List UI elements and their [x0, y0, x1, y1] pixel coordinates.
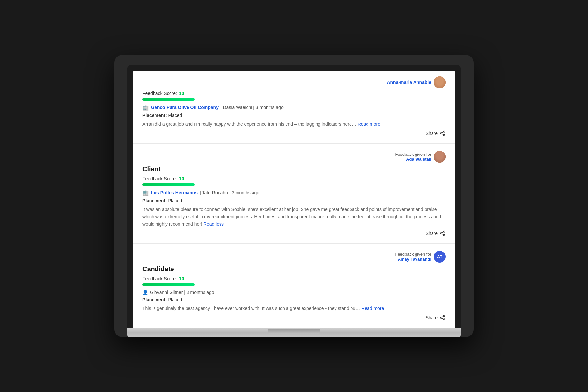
card-type-2: Client [142, 165, 446, 173]
read-more-link-1[interactable]: Read more [358, 122, 380, 127]
svg-point-11 [440, 317, 442, 318]
read-less-link-2[interactable]: Read less [204, 221, 224, 227]
svg-line-8 [442, 234, 443, 235]
laptop-hinge [268, 329, 320, 334]
read-more-link-3[interactable]: Read more [361, 306, 384, 311]
svg-point-5 [443, 231, 445, 233]
company-icon-2: 🏢 [142, 190, 149, 196]
card-top-row-2: Feedback given for Ada Waistall [142, 151, 446, 163]
score-value-3: 10 [179, 276, 184, 281]
score-value-1: 10 [179, 91, 184, 96]
card-top-row-3: Feedback given for Amay Tavanandi AT [142, 251, 446, 263]
svg-line-4 [442, 132, 443, 133]
share-icon-1 [440, 130, 446, 136]
feedback-given-for-3: Feedback given for Amay Tavanandi AT [395, 251, 446, 263]
score-value-2: 10 [179, 176, 184, 181]
person-row-3: 👤 Giovanni Giltner | 3 months ago [142, 290, 446, 295]
share-row-3: Share [142, 315, 446, 320]
laptop-screen: Anna-maria Annable Feedback Score: 10 🏢 [133, 71, 455, 328]
score-label-1: Feedback Score: [142, 91, 177, 96]
laptop-container: Anna-maria Annable Feedback Score: 10 🏢 [114, 55, 474, 337]
review-text-3: This is genuinely the best agency I have… [142, 305, 446, 312]
placement-label-3: Placement: [142, 297, 167, 302]
company-row-1: 🏢 Genco Pura Olive Oil Company | Dasia W… [142, 105, 446, 111]
svg-point-12 [443, 318, 445, 320]
person-icon-3: 👤 [142, 290, 148, 295]
feedback-card-1: Anna-maria Annable Feedback Score: 10 🏢 [133, 71, 455, 144]
placement-row-2: Placement: Placed [142, 198, 446, 203]
feedback-given-for-name-2[interactable]: Ada Waistall [406, 157, 431, 162]
svg-point-1 [440, 133, 442, 134]
feedback-given-for-2: Feedback given for Ada Waistall [395, 151, 446, 163]
laptop-base [127, 328, 461, 337]
progress-fill-1 [142, 98, 195, 101]
placement-value-3: Placed [168, 297, 182, 302]
feedback-score-row-3: Feedback Score: 10 [142, 276, 446, 281]
svg-point-10 [443, 315, 445, 317]
feedback-card-3: Feedback given for Amay Tavanandi AT Can… [133, 244, 455, 328]
feedback-given-for-name-3[interactable]: Amay Tavanandi [398, 257, 431, 262]
svg-point-2 [443, 134, 445, 136]
placement-value-1: Placed [168, 113, 182, 118]
share-row-1: Share [142, 130, 446, 136]
company-meta-1: | Dasia Waelchi | 3 months ago [220, 105, 284, 110]
feedback-given-for-label-3: Feedback given for [395, 252, 431, 257]
svg-line-9 [442, 232, 443, 233]
feedback-given-for-label-2: Feedback given for [395, 152, 431, 157]
progress-bar-2 [142, 183, 195, 186]
card-type-3: Candidate [142, 265, 446, 273]
progress-fill-3 [142, 283, 195, 286]
share-icon-3 [440, 315, 446, 320]
company-row-2: 🏢 Los Pollos Hermanos | Tate Rogahn | 3 … [142, 190, 446, 196]
svg-point-7 [443, 234, 445, 236]
progress-bar-1 [142, 98, 195, 101]
company-name-1[interactable]: Genco Pura Olive Oil Company [151, 105, 219, 110]
placement-label-1: Placement: [142, 113, 167, 118]
svg-line-13 [442, 318, 443, 319]
placement-value-2: Placed [168, 198, 182, 203]
svg-line-3 [442, 134, 443, 135]
progress-bar-3 [142, 283, 195, 286]
share-label-3[interactable]: Share [426, 315, 438, 320]
avatar-3: AT [434, 251, 446, 263]
feedback-score-row-1: Feedback Score: 10 [142, 91, 446, 96]
screen-bezel: Anna-maria Annable Feedback Score: 10 🏢 [127, 65, 461, 328]
avatar-2 [434, 151, 446, 163]
svg-point-6 [440, 233, 442, 234]
feedback-card-2: Feedback given for Ada Waistall Client F… [133, 144, 455, 244]
progress-fill-2 [142, 183, 195, 186]
review-text-1: Arran did a great job and I'm really hap… [142, 121, 446, 128]
person-name-3: Giovanni Giltner | 3 months ago [150, 290, 214, 295]
score-label-2: Feedback Score: [142, 176, 177, 181]
svg-point-0 [443, 131, 445, 132]
share-icon-2 [440, 230, 446, 236]
svg-line-14 [442, 316, 443, 317]
placement-row-1: Placement: Placed [142, 113, 446, 118]
share-label-1[interactable]: Share [426, 131, 438, 136]
review-text-2: It was an absolute pleasure to connect w… [142, 206, 446, 228]
placement-row-3: Placement: Placed [142, 297, 446, 302]
score-label-3: Feedback Score: [142, 276, 177, 281]
feedback-score-row-2: Feedback Score: 10 [142, 176, 446, 181]
placement-label-2: Placement: [142, 198, 167, 203]
share-row-2: Share [142, 230, 446, 236]
company-icon-1: 🏢 [142, 105, 149, 111]
company-name-2[interactable]: Los Pollos Hermanos [151, 190, 198, 195]
feedback-person-name-1[interactable]: Anna-maria Annable [387, 80, 431, 85]
share-label-2[interactable]: Share [426, 231, 438, 236]
company-meta-2: | Tate Rogahn | 3 months ago [200, 190, 259, 195]
avatar-1 [434, 76, 446, 88]
screen-content: Anna-maria Annable Feedback Score: 10 🏢 [133, 71, 455, 328]
